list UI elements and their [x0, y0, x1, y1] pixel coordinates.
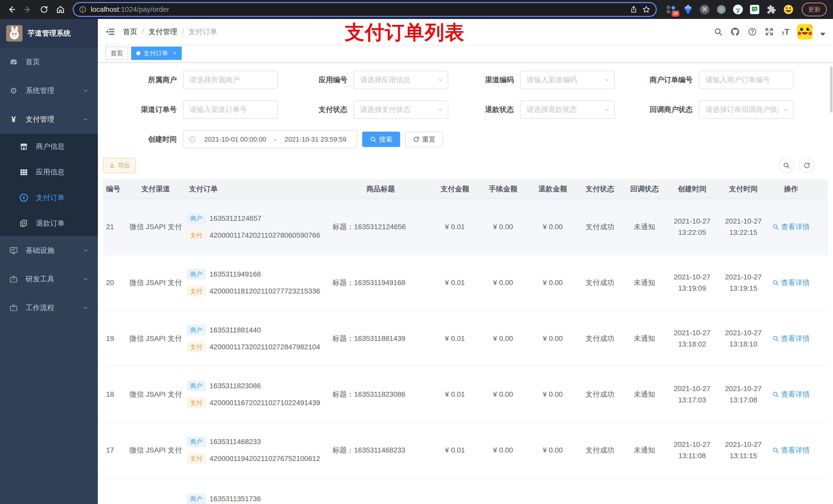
github-icon[interactable]: [730, 27, 740, 37]
breadcrumb-home[interactable]: 首页: [123, 27, 137, 37]
back-icon[interactable]: [4, 2, 19, 17]
avatar-caret-icon[interactable]: [820, 33, 825, 36]
logo-row[interactable]: 芋道管理系统: [0, 19, 98, 48]
address-bar[interactable]: localhost:1024/pay/order: [73, 2, 657, 17]
share-icon[interactable]: [629, 5, 638, 14]
view-detail-link[interactable]: 查看详情: [772, 278, 810, 288]
channel-order-no-input[interactable]: [184, 101, 277, 118]
breadcrumb-group[interactable]: 支付管理: [148, 27, 177, 37]
extension-gem-icon[interactable]: [683, 4, 693, 15]
extension-y-icon[interactable]: y: [733, 5, 743, 14]
view-detail-link[interactable]: 查看详情: [772, 222, 810, 232]
extension-record-icon[interactable]: [716, 4, 727, 15]
fullscreen-icon[interactable]: [765, 27, 774, 37]
bookmark-star-icon[interactable]: [642, 5, 651, 14]
extension-chat-icon[interactable]: [749, 4, 760, 15]
chevron-down-icon: [82, 88, 89, 94]
sidebar-item-infra[interactable]: 基础设施: [0, 236, 98, 265]
merchant-order-no: 1635311949168: [210, 270, 261, 279]
extension-command-icon[interactable]: ⌘: [700, 5, 710, 14]
table-row[interactable]: 20 微信 JSAPI 支付 商户1635311949168 支付4200001…: [103, 255, 828, 311]
sidebar-item-home[interactable]: 首页: [0, 48, 98, 76]
search-icon[interactable]: [714, 27, 722, 36]
reload-icon[interactable]: [37, 2, 51, 17]
forward-icon[interactable]: [21, 2, 35, 17]
url-host: localhost: [91, 5, 119, 13]
cell-refund: ¥ 0.00: [528, 223, 577, 231]
table-row[interactable]: 21 微信 JSAPI 支付 商户1635312124657 支付4200001…: [103, 199, 828, 255]
cell-create-time: 2021-10-2713:22:05: [667, 216, 718, 238]
sidebar-item-merchant-info[interactable]: 商户信息: [0, 134, 98, 159]
extension-tag-manager-icon[interactable]: 10: [666, 4, 676, 15]
export-button-label: 导出: [118, 161, 130, 170]
extension-emoji-icon[interactable]: [783, 4, 793, 15]
cell-no: 17: [103, 446, 125, 454]
browser-update-button[interactable]: 更新: [802, 3, 827, 16]
cell-create-time: 2021-10-2713:18:02: [667, 327, 718, 350]
sidebar-collapse-icon[interactable]: [105, 27, 115, 37]
cell-refund: ¥ 0.00: [528, 279, 577, 287]
export-button[interactable]: 导出: [103, 158, 136, 173]
search-button[interactable]: 搜索: [362, 131, 400, 147]
app-select[interactable]: [354, 71, 448, 89]
sidebar-item-pay-order[interactable]: ¥ 支付订单: [0, 185, 98, 211]
chevron-down-icon: [82, 276, 89, 282]
cell-order: 商户1635312124657 支付4200001174202110278060…: [186, 213, 329, 240]
sidebar-item-pay[interactable]: ¥ 支付管理: [0, 105, 98, 134]
table-row[interactable]: 18 微信 JSAPI 支付 商户1635311823086 支付4200001…: [103, 367, 828, 423]
yen-icon: ¥: [9, 115, 18, 124]
view-detail-link[interactable]: 查看详情: [772, 334, 810, 343]
font-size-icon[interactable]: TT: [782, 28, 789, 36]
avatar[interactable]: [797, 24, 812, 40]
cell-pay-time: 2021-10-2713:19:15: [718, 271, 769, 294]
callback-status-select[interactable]: [699, 101, 793, 118]
navbar-actions: TT: [714, 24, 825, 40]
cell-fee: ¥ 0.00: [478, 279, 528, 287]
view-detail-link[interactable]: 查看详情: [772, 389, 810, 399]
sidebar-item-refund-order[interactable]: 退款订单: [0, 211, 98, 236]
sidebar-item-workflow[interactable]: 工作流程: [0, 293, 98, 322]
table-row[interactable]: 19 微信 JSAPI 支付 商户1635311881440 支付4200001…: [103, 311, 828, 367]
sidebar-item-dev-tools[interactable]: 研发工具: [0, 265, 98, 293]
sidebar-item-app-info[interactable]: 应用信息: [0, 159, 98, 185]
filter-refund-status: 退款状态: [471, 100, 615, 119]
date-end: 2021-10-31 23:59:59: [280, 136, 352, 143]
cell-fee: ¥ 0.00: [478, 334, 528, 343]
cell-title: 标题：1635311881439: [329, 334, 432, 343]
cell-actions: 查看详情: [769, 389, 813, 400]
site-info-icon[interactable]: [79, 6, 87, 13]
scrollbar[interactable]: [830, 67, 832, 113]
reset-button[interactable]: 重置: [405, 131, 443, 147]
cell-no: 18: [103, 390, 125, 399]
channel-code-select[interactable]: [521, 71, 614, 89]
merchant-tag: 商户: [187, 437, 206, 447]
sidebar-item-label: 应用信息: [36, 167, 65, 177]
url-text[interactable]: localhost:1024/pay/order: [91, 5, 625, 14]
sidebar-item-system[interactable]: ⚙ 系统管理: [0, 76, 98, 105]
refund-status-select[interactable]: [521, 101, 614, 118]
breadcrumb-current: 支付订单: [189, 27, 217, 37]
close-icon[interactable]: ×: [173, 50, 176, 56]
date-range-picker[interactable]: 2021-10-01 00:00:00 - 2021-10-31 23:59:5…: [183, 130, 357, 148]
filter-label: 所属商户: [129, 75, 183, 85]
toggle-search-icon[interactable]: [779, 158, 794, 173]
help-icon[interactable]: [748, 27, 757, 37]
reset-button-label: 重置: [422, 135, 435, 144]
filter-create-time: 创建时间 2021-10-01 00:00:00 - 2021-10-31 23…: [129, 130, 357, 148]
col-create-time: 创建时间: [667, 184, 718, 194]
view-detail-link[interactable]: 查看详情: [772, 446, 810, 455]
tag-home[interactable]: 首页: [105, 47, 128, 60]
refresh-icon[interactable]: [799, 158, 814, 173]
merchant-input[interactable]: [184, 71, 277, 89]
cell-amount: ¥ 0.01: [432, 446, 478, 454]
table-row[interactable]: 17 微信 JSAPI 支付 商户1635311468233 支付4200001…: [103, 423, 828, 478]
cell-create-time: 2021-10-2713:11:08: [667, 439, 718, 461]
tag-pay-order[interactable]: 支付订单×: [131, 47, 182, 60]
orders-table: 编号 支付渠道 支付订单 商品标题 支付金额 手续金额 退款金额 支付状态 回调…: [103, 179, 828, 504]
table-row-partial[interactable]: 商户1635311351736: [103, 478, 828, 504]
filter-callback-status: 回调商户状态: [637, 100, 793, 119]
home-icon[interactable]: [53, 2, 68, 17]
pay-status-select[interactable]: [354, 101, 448, 118]
merchant-order-no-input[interactable]: [699, 71, 793, 89]
extensions-puzzle-icon[interactable]: [766, 4, 777, 15]
